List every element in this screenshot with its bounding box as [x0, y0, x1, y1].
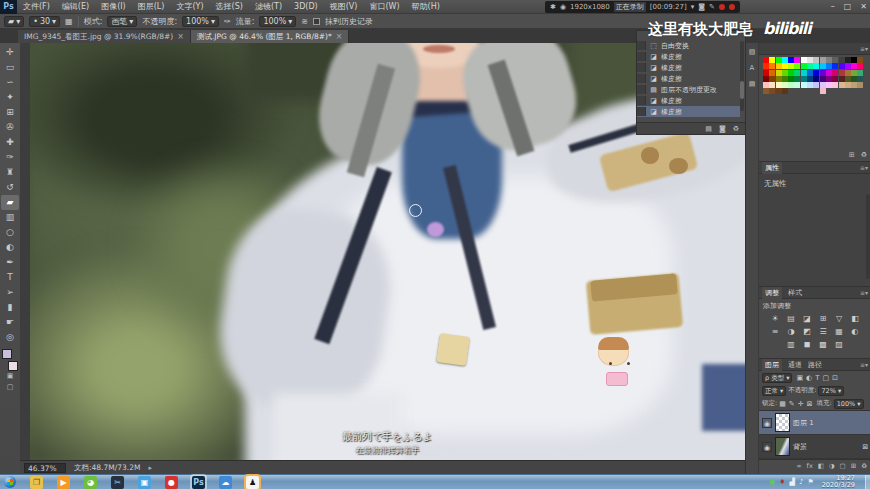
restore-button[interactable]: □ [844, 0, 852, 13]
color-swatch[interactable] [807, 57, 813, 63]
erase-to-history-checkbox[interactable] [313, 18, 320, 25]
taskbar-clock[interactable]: 19:27 2020/3/29 [822, 475, 855, 489]
color-swatch[interactable] [851, 88, 857, 94]
color-swatch[interactable] [820, 63, 826, 69]
color-swatch[interactable] [832, 76, 838, 82]
color-swatch[interactable] [832, 82, 838, 88]
tray-red-icon[interactable]: ♦ [779, 476, 785, 489]
color-swatch[interactable] [857, 57, 863, 63]
color-swatch[interactable] [801, 70, 807, 76]
color-swatch[interactable] [857, 82, 863, 88]
gear-icon[interactable]: ✱ [550, 3, 556, 11]
color-swatch[interactable] [769, 63, 775, 69]
properties-scrollbar[interactable] [866, 194, 870, 279]
color-swatch[interactable] [788, 57, 794, 63]
history-state-row[interactable]: ◪ 橡皮擦 [637, 51, 740, 62]
threshold-icon[interactable]: ◼ [799, 338, 815, 351]
color-swatch[interactable] [851, 70, 857, 76]
delete-layer-icon[interactable]: ♻ [861, 462, 867, 470]
blend-mode-select[interactable]: 正常 ▾ [762, 386, 786, 396]
move-tool[interactable]: ✛ [1, 45, 19, 60]
color-swatch[interactable] [794, 70, 800, 76]
color-swatch[interactable] [845, 76, 851, 82]
color-swatch[interactable] [845, 70, 851, 76]
menu-item[interactable]: 图像(I) [95, 0, 132, 14]
color-swatch[interactable] [801, 88, 807, 94]
color-swatch[interactable] [782, 57, 788, 63]
history-scrollbar[interactable] [740, 41, 744, 111]
color-swatch[interactable] [813, 82, 819, 88]
color-swatch[interactable] [776, 76, 782, 82]
gradient-tool[interactable]: ▥ [1, 210, 19, 225]
close-icon[interactable]: × [177, 32, 184, 41]
layer-thumbnail[interactable] [775, 437, 790, 456]
chevron-down-icon[interactable]: ▾ [691, 3, 695, 11]
shape-tool[interactable]: ▮ [1, 300, 19, 315]
mode-select[interactable]: 画笔 ▾ [107, 16, 137, 27]
crop-tool[interactable]: ⊞ [1, 105, 19, 120]
stop-button[interactable] [729, 4, 735, 10]
browser-icon[interactable]: ◕ [84, 476, 97, 489]
magnifier-icon[interactable]: ◉ [560, 3, 566, 11]
layer-row[interactable]: ◉ 背景 ⊠ [759, 435, 870, 459]
new-layer-icon[interactable]: ⊞ [851, 462, 856, 470]
filter-pixel-icon[interactable]: ▣ [796, 374, 803, 382]
color-swatch[interactable] [801, 76, 807, 82]
color-swatch[interactable] [763, 88, 769, 94]
media-player-icon[interactable]: ▶ [57, 476, 70, 489]
record-button[interactable] [719, 4, 725, 10]
screen-recorder-icon[interactable]: ● [165, 476, 178, 489]
color-swatch[interactable] [801, 63, 807, 69]
vibrance-icon[interactable]: ▽ [831, 312, 847, 325]
color-swatch[interactable] [813, 57, 819, 63]
layer-opacity-input[interactable]: 72% ▾ [818, 386, 844, 396]
quick-selection-tool[interactable]: ✦ [1, 90, 19, 105]
type-tool[interactable]: T [1, 270, 19, 285]
menu-item[interactable]: 选择(S) [210, 0, 249, 14]
eyedropper-tool[interactable]: ✇ [1, 120, 19, 135]
history-state-row[interactable]: ⬚ 自由变换 [637, 40, 740, 51]
history-state-row[interactable]: ◪ 橡皮擦 [637, 95, 740, 106]
color-swatch[interactable] [794, 57, 800, 63]
cloud-disk-icon[interactable]: ☁ [219, 476, 232, 489]
color-swatch[interactable] [769, 76, 775, 82]
tab-adjustments[interactable]: 调整 [762, 287, 782, 299]
history-state-row[interactable]: ▤ 图层不透明度更改 [637, 84, 740, 95]
panel-menu-icon[interactable]: ≡▾ [860, 289, 868, 296]
color-swatch[interactable] [813, 88, 819, 94]
color-swatch[interactable] [851, 63, 857, 69]
layer-style-icon[interactable]: fx [807, 462, 813, 470]
brush-tool[interactable]: ✑ [1, 150, 19, 165]
color-swatch[interactable] [769, 82, 775, 88]
background-color-swatch[interactable] [8, 361, 18, 371]
color-swatch[interactable] [763, 70, 769, 76]
menu-item[interactable]: 文件(F) [17, 0, 56, 14]
history-source-checkbox[interactable] [637, 52, 646, 61]
color-swatch[interactable] [857, 70, 863, 76]
color-swatch[interactable] [788, 82, 794, 88]
menu-item[interactable]: 视图(V) [324, 0, 364, 14]
channel-mixer-icon[interactable]: ☰ [815, 325, 831, 338]
tab-paths[interactable]: 路径 [808, 360, 822, 370]
pen-tool[interactable]: ✒ [1, 255, 19, 270]
zoom-level-input[interactable]: 46.37% [24, 463, 66, 473]
filter-shape-icon[interactable]: ▢ [822, 374, 829, 382]
color-swatch[interactable] [820, 76, 826, 82]
color-swatch[interactable] [851, 82, 857, 88]
color-swatch[interactable] [782, 63, 788, 69]
color-swatch[interactable] [776, 70, 782, 76]
color-swatch[interactable] [820, 88, 826, 94]
color-swatch[interactable] [763, 57, 769, 63]
color-swatch[interactable] [807, 82, 813, 88]
color-swatch[interactable] [788, 63, 794, 69]
blur-tool[interactable]: ○ [1, 225, 19, 240]
minimize-button[interactable]: – [831, 0, 835, 13]
color-swatch[interactable] [763, 76, 769, 82]
color-swatch[interactable] [782, 88, 788, 94]
color-swatch[interactable] [839, 76, 845, 82]
image-viewer-icon[interactable]: ▣ [138, 476, 151, 489]
menu-item[interactable]: 编辑(E) [56, 0, 95, 14]
color-swatch[interactable] [851, 76, 857, 82]
color-swatch[interactable] [769, 70, 775, 76]
start-button[interactable] [4, 476, 16, 488]
